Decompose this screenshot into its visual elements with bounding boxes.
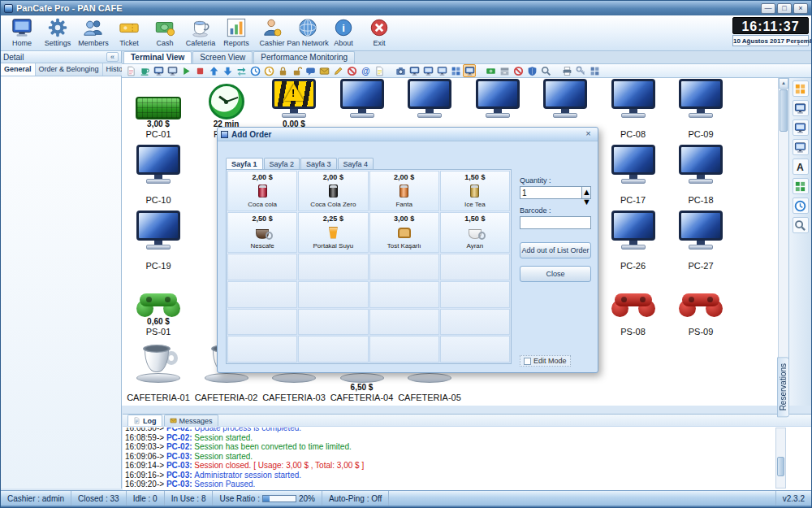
dialog-tab-sayfa-2[interactable]: Sayfa 2 <box>264 158 300 170</box>
product-slot-empty[interactable] <box>440 254 510 280</box>
toolbar-home[interactable]: Home <box>4 16 40 50</box>
unlock-terminal-icon[interactable] <box>290 64 303 77</box>
layout-panels-icon[interactable] <box>793 80 809 97</box>
monitor-watch-icon[interactable] <box>408 64 421 77</box>
toolbar-members[interactable]: Members <box>76 16 111 50</box>
terminal-PS-08[interactable]: PS-08 <box>599 276 667 341</box>
toolbar-reports[interactable]: Reports <box>218 16 254 50</box>
toolbar-about[interactable]: iAbout <box>326 16 361 50</box>
move-down-icon[interactable] <box>221 64 234 77</box>
close-button[interactable]: × <box>793 3 808 14</box>
checkbox-box-icon[interactable] <box>524 358 531 365</box>
timer-icon[interactable] <box>262 64 275 77</box>
terminal-view-side-icon[interactable] <box>793 100 809 116</box>
cafeteria-quick-icon[interactable] <box>138 64 151 77</box>
product-nescafe[interactable]: 2,50 $Nescafe <box>227 212 297 253</box>
security-shield-icon[interactable] <box>525 64 538 77</box>
dialog-close-action-button[interactable]: Close <box>520 266 591 282</box>
notes-icon[interactable] <box>373 64 386 77</box>
history-clock-icon[interactable] <box>793 198 809 214</box>
move-up-icon[interactable] <box>207 64 220 77</box>
product-slot-empty[interactable] <box>298 281 368 308</box>
log-scrollbar[interactable] <box>775 428 786 488</box>
product-slot-empty[interactable] <box>227 254 297 280</box>
toolbar-cashier[interactable]: Cashier <box>254 16 290 50</box>
monitor-group-icon[interactable] <box>793 139 809 155</box>
toolbar-pan-network[interactable]: Pan Network <box>290 16 326 50</box>
product-slot-empty[interactable] <box>227 336 297 363</box>
log-scrollbar-thumb[interactable] <box>777 457 784 476</box>
product-slot-empty[interactable] <box>369 309 439 336</box>
monitor-info-icon[interactable] <box>435 64 448 77</box>
green-grid-icon[interactable] <box>793 178 809 194</box>
printer-icon[interactable] <box>560 64 573 77</box>
product-coca-cola-zero[interactable]: 2,00 $Coca Cola Zero <box>298 171 368 211</box>
log-tab-messages[interactable]: Messages <box>164 415 218 426</box>
ban-terminal-icon[interactable] <box>512 64 525 77</box>
service-key-icon[interactable] <box>574 64 587 77</box>
session-stop-icon[interactable] <box>193 64 206 77</box>
reservations-tab[interactable]: Reservations <box>777 357 789 417</box>
toolbar-ticket[interactable]: Ticket <box>111 16 147 50</box>
search-icon[interactable] <box>539 64 552 77</box>
product-fanta[interactable]: 2,00 $Fanta <box>369 171 439 211</box>
transfer-session-icon[interactable] <box>235 64 248 77</box>
spinner-up-icon[interactable]: ▲ <box>582 187 590 197</box>
layout-grid-icon[interactable] <box>588 64 601 77</box>
grid-view-icon[interactable] <box>449 64 462 77</box>
product-slot-empty[interactable] <box>369 281 439 308</box>
dialog-tab-sayfa-1[interactable]: Sayfa 1 <box>226 158 263 170</box>
font-icon[interactable]: A <box>793 158 809 175</box>
product-ice-tea[interactable]: 1,50 $Ice Tea <box>440 171 510 211</box>
product-ayran[interactable]: 1,50 $Ayran <box>440 212 510 253</box>
remote-address-icon[interactable]: @ <box>359 64 372 77</box>
product-slot-empty[interactable] <box>440 281 510 308</box>
clear-screen-icon[interactable] <box>124 64 137 77</box>
product-tost-ka-arl[interactable]: 3,00 $Tost Kaşarlı <box>369 212 439 253</box>
terminal-PC-10[interactable]: PC-10 <box>124 145 192 210</box>
terminal-PC-01[interactable]: 3,00 $PC-01 <box>124 79 192 144</box>
toolbar-exit[interactable]: Exit <box>361 16 397 50</box>
product-slot-empty[interactable] <box>227 281 297 308</box>
terminal-PC-09[interactable]: PC-09 <box>667 79 735 144</box>
screen-view-side-icon[interactable] <box>793 119 809 136</box>
tab-terminal-view[interactable]: Terminal View <box>123 51 192 63</box>
edit-icon[interactable] <box>331 64 344 77</box>
screenshot-icon[interactable] <box>394 64 407 77</box>
quantity-spinner[interactable]: ▲▼ <box>582 186 591 199</box>
cash-quick-icon[interactable] <box>484 64 497 77</box>
product-slot-empty[interactable] <box>369 336 439 363</box>
tab-screen-view[interactable]: Screen View <box>192 51 253 63</box>
dialog-tab-sayfa-4[interactable]: Sayfa 4 <box>338 158 374 170</box>
product-slot-empty[interactable] <box>298 254 368 280</box>
ban-icon[interactable] <box>345 64 358 77</box>
toolbar-cafeteria[interactable]: Cafeteria <box>183 16 218 50</box>
product-coca-cola[interactable]: 2,00 $Coca cola <box>227 171 297 211</box>
dialog-tab-sayfa-3[interactable]: Sayfa 3 <box>300 158 337 170</box>
terminal-PC-27[interactable]: PC-27 <box>667 211 735 276</box>
product-slot-empty[interactable] <box>440 309 510 336</box>
product-slot-empty[interactable] <box>298 309 368 336</box>
detail-tab-general[interactable]: General <box>1 63 36 76</box>
monitor-share-icon[interactable] <box>421 64 434 77</box>
product-slot-empty[interactable] <box>369 254 439 280</box>
minimize-button[interactable]: — <box>761 3 775 14</box>
terminal-PC-26[interactable]: PC-26 <box>599 211 667 276</box>
barcode-input[interactable] <box>520 216 591 229</box>
terminal-PS-01[interactable]: 0,60 $PS-01 <box>124 276 192 341</box>
add-time-icon[interactable] <box>248 64 261 77</box>
detail-tab-order-belonging[interactable]: Order & Belonging <box>36 63 103 76</box>
terminal-PC-19[interactable]: PC-19 <box>124 211 192 276</box>
scroll-up-icon[interactable]: ▲ <box>779 78 788 89</box>
vertical-scrollbar[interactable]: ▲ ▼ <box>778 78 788 396</box>
zoom-side-icon[interactable] <box>793 217 809 233</box>
terminal-on-icon[interactable] <box>152 64 165 77</box>
add-out-of-list-order-button[interactable]: Add out of List Order <box>520 242 591 258</box>
lock-terminal-icon[interactable] <box>276 64 289 77</box>
terminal-off-icon[interactable] <box>166 64 179 77</box>
product-slot-empty[interactable] <box>298 336 368 363</box>
tab-performance-monitoring[interactable]: Performance Monitoring <box>253 51 355 63</box>
collapse-panel-button[interactable]: « <box>106 52 119 62</box>
log-tab-log[interactable]: Log <box>127 415 162 426</box>
cash-drawer-icon[interactable] <box>498 64 511 77</box>
